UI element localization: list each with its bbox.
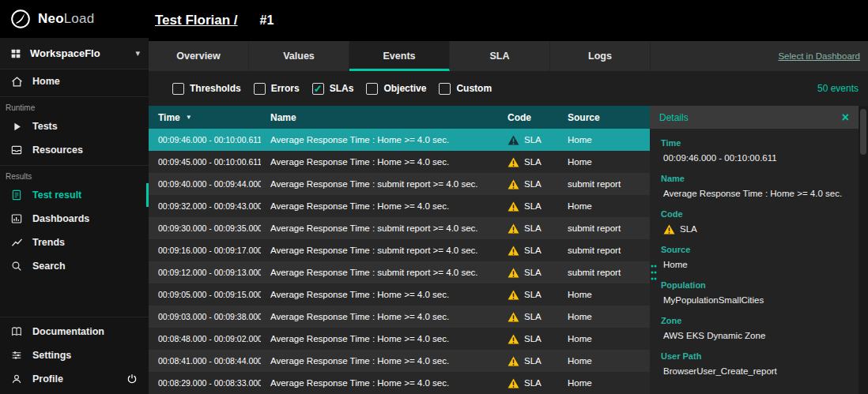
tab-overview[interactable]: Overview: [149, 41, 249, 71]
app-logo[interactable]: NeoLoad: [0, 0, 149, 38]
row-name: Average Response Time : Home >= 4.0 sec.: [261, 290, 498, 299]
details-field-value: Average Response Time : Home >= 4.0 sec.: [661, 188, 847, 199]
table-row[interactable]: 00:09:03.000 - 00:09:38.000 Average Resp…: [149, 306, 650, 328]
filter-slas[interactable]: ✓ SLAs: [312, 83, 354, 95]
sidebar-item-search[interactable]: Search: [0, 254, 149, 278]
tab-events[interactable]: Events: [349, 41, 450, 71]
details-field-label: Population: [661, 280, 847, 291]
scrollbar-thumb[interactable]: [860, 109, 866, 155]
test-result-icon: [9, 188, 24, 202]
checkbox[interactable]: ✓: [439, 83, 451, 95]
select-in-dashboard-link[interactable]: Select in Dashboard: [778, 51, 860, 61]
row-code: SLA: [498, 246, 558, 256]
checkbox[interactable]: ✓: [312, 83, 324, 95]
filter-objective[interactable]: ✓ Objective: [366, 83, 426, 95]
sidebar-item-settings[interactable]: Settings: [0, 343, 149, 367]
sidebar-item-profile[interactable]: Profile: [0, 367, 149, 391]
column-header-source[interactable]: Source: [558, 112, 650, 123]
events-table: Time ▼ Name Code Source 00:09:46.000 - 0…: [149, 106, 650, 394]
details-panel-header: Details ×: [650, 106, 859, 129]
details-field-label: User Path: [661, 351, 847, 362]
details-field-name: Name Average Response Time : Home >= 4.0…: [661, 174, 847, 199]
breadcrumb-test-name[interactable]: Test Florian /: [155, 13, 238, 28]
row-code: SLA: [498, 157, 558, 167]
row-code-label: SLA: [524, 334, 542, 343]
details-field-label: Time: [661, 138, 847, 148]
row-source: Home: [558, 334, 650, 343]
row-code: SLA: [498, 378, 558, 388]
details-panel: Details × Time 00:09:46.000 - 00:10:00.6…: [650, 106, 859, 394]
neoload-logo-icon: [10, 9, 31, 29]
sidebar-item-test-result[interactable]: Test result: [0, 183, 149, 207]
details-field-value-text: BrowserUser_Create_report: [663, 366, 777, 377]
row-code: SLA: [498, 135, 558, 145]
workspace-selector[interactable]: WorkspaceFlo ▾: [0, 38, 149, 69]
column-header-code[interactable]: Code: [498, 112, 558, 123]
warning-icon: [508, 356, 519, 366]
table-row[interactable]: 00:09:40.000 - 00:09:44.000 Average Resp…: [149, 173, 650, 195]
row-code-label: SLA: [524, 356, 542, 366]
checkbox[interactable]: ✓: [254, 83, 266, 95]
main-area: Test Florian / #1 OverviewValuesEventsSL…: [149, 0, 868, 394]
row-source: submit report: [558, 179, 650, 189]
details-field-source: Source Home: [661, 245, 847, 270]
warning-icon: [508, 378, 519, 388]
warning-icon: [508, 246, 519, 256]
warning-icon: [508, 135, 519, 145]
warning-icon: [508, 290, 519, 300]
tab-bar: OverviewValuesEventsSLALogs Select in Da…: [149, 41, 868, 71]
sidebar-item-resources[interactable]: Resources: [0, 138, 149, 162]
table-row[interactable]: 00:09:05.000 - 00:09:15.000 Average Resp…: [149, 283, 650, 306]
row-code: SLA: [498, 312, 558, 322]
details-field-user-path: User Path BrowserUser_Create_report: [661, 351, 847, 377]
table-row[interactable]: 00:09:30.000 - 00:09:35.000 Average Resp…: [149, 217, 650, 239]
table-row[interactable]: 00:09:45.000 - 00:10:00.611 Average Resp…: [149, 151, 650, 173]
settings-icon: [9, 348, 24, 362]
sidebar-item-label: Search: [32, 261, 66, 272]
details-field-code: Code SLA: [661, 209, 847, 235]
sidebar-item-trends[interactable]: Trends: [0, 231, 149, 254]
panel-resize-handle[interactable]: [651, 264, 657, 284]
sidebar-item-label: Profile: [32, 373, 63, 385]
warning-icon: [508, 179, 519, 189]
table-row[interactable]: 00:08:29.000 - 00:08:33.000 Average Resp…: [149, 372, 650, 394]
checkbox[interactable]: ✓: [172, 83, 184, 95]
sidebar-item-label: Settings: [32, 350, 71, 361]
table-row[interactable]: 00:09:46.000 - 00:10:00.611 Average Resp…: [149, 129, 650, 151]
table-row[interactable]: 00:09:12.000 - 00:09:13.000 Average Resp…: [149, 261, 650, 283]
row-time: 00:09:46.000 - 00:10:00.611: [149, 135, 261, 144]
neoload-app: NeoLoad WorkspaceFlo ▾ Home Runtime: [0, 0, 868, 394]
row-name: Average Response Time : submit report >=…: [261, 268, 498, 277]
sidebar-item-dashboards[interactable]: Dashboards: [0, 207, 149, 231]
sidebar-item-label: Tests: [32, 121, 58, 132]
sidebar-item-tests[interactable]: Tests: [0, 114, 149, 138]
checkbox[interactable]: ✓: [366, 83, 378, 95]
workspace-label: WorkspaceFlo: [30, 47, 100, 59]
row-code: SLA: [498, 201, 558, 212]
filter-errors[interactable]: ✓ Errors: [254, 83, 300, 95]
column-header-time[interactable]: Time ▼: [149, 112, 261, 123]
warning-icon: [508, 268, 519, 278]
tab-values[interactable]: Values: [249, 41, 349, 71]
warning-icon: [508, 312, 519, 322]
dashboards-icon: [9, 212, 24, 226]
filter-thresholds[interactable]: ✓ Thresholds: [172, 83, 241, 95]
filter-custom[interactable]: ✓ Custom: [439, 83, 492, 95]
sidebar-item-documentation[interactable]: Documentation: [0, 320, 149, 343]
table-row[interactable]: 00:09:32.000 - 00:09:43.000 Average Resp…: [149, 195, 650, 217]
table-row[interactable]: 00:09:16.000 - 00:09:17.000 Average Resp…: [149, 239, 650, 261]
row-code-label: SLA: [524, 246, 542, 255]
tab-logs[interactable]: Logs: [550, 41, 651, 71]
table-row[interactable]: 00:08:48.000 - 00:09:02.000 Average Resp…: [149, 328, 650, 350]
tab-label: Events: [383, 51, 416, 62]
close-icon[interactable]: ×: [842, 111, 849, 124]
table-row[interactable]: 00:08:41.000 - 00:08:44.000 Average Resp…: [149, 350, 650, 372]
power-icon[interactable]: [125, 372, 139, 386]
details-field-value-text: AWS EKS Dynamic Zone: [663, 330, 765, 341]
sidebar-item-home[interactable]: Home: [0, 69, 149, 93]
row-name: Average Response Time : Home >= 4.0 sec.: [261, 135, 498, 144]
column-header-name[interactable]: Name: [261, 112, 498, 123]
row-time: 00:09:45.000 - 00:10:00.611: [149, 157, 261, 167]
scrollbar[interactable]: [859, 106, 868, 394]
tab-sla[interactable]: SLA: [450, 41, 550, 71]
